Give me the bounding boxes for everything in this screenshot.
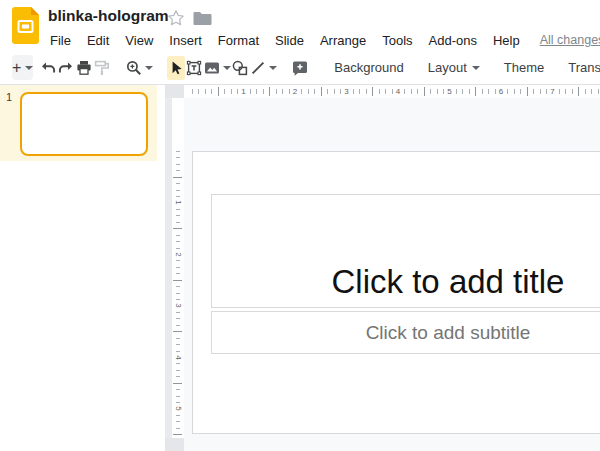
hruler-label: 3: [342, 86, 352, 97]
chevron-down-icon: [25, 66, 33, 70]
cursor-icon: [167, 59, 185, 77]
menu-slide[interactable]: Slide: [267, 33, 312, 48]
image-icon: [203, 59, 221, 77]
folder-icon[interactable]: [193, 10, 212, 26]
undo-button[interactable]: [39, 56, 57, 80]
menu-format[interactable]: Format: [210, 33, 267, 48]
menu-help[interactable]: Help: [485, 33, 528, 48]
transition-button[interactable]: Transition: [557, 56, 600, 80]
hruler-label: 6: [496, 86, 506, 97]
hruler-label: 7: [548, 86, 558, 97]
plus-icon: +: [12, 60, 21, 76]
subtitle-placeholder[interactable]: Click to add subtitle: [211, 311, 600, 354]
vruler-label: 5: [174, 404, 183, 414]
title-placeholder[interactable]: Click to add title: [211, 194, 600, 308]
titlebar: blinka-hologram File Edit View Insert Fo…: [0, 0, 600, 51]
subtitle-placeholder-text: Click to add subtitle: [366, 322, 531, 344]
slide-canvas: 1 2 3 4 5 6 7 Click to add title Click t…: [184, 85, 600, 451]
theme-button[interactable]: Theme: [493, 56, 555, 80]
layout-button[interactable]: Layout: [417, 56, 491, 80]
redo-icon: [57, 59, 75, 77]
print-icon: [75, 59, 93, 77]
paint-format-icon: [93, 59, 111, 77]
panel-divider: [165, 85, 172, 451]
save-status-link[interactable]: All changes saved in Drive: [540, 33, 600, 47]
hruler-label: 4: [393, 86, 403, 97]
slide-thumbnail[interactable]: [20, 92, 148, 156]
menu-addons[interactable]: Add-ons: [421, 33, 485, 48]
vruler-label: 4: [174, 352, 183, 362]
vruler-label: 3: [174, 301, 183, 311]
text-box-icon: [185, 59, 203, 77]
text-box-button[interactable]: [185, 56, 203, 80]
menu-tools[interactable]: Tools: [374, 33, 420, 48]
chevron-down-icon: [269, 66, 277, 70]
shape-icon: [231, 59, 249, 77]
menu-view[interactable]: View: [117, 33, 161, 48]
slide-filmstrip: 1: [0, 85, 165, 451]
slides-logo-icon[interactable]: [12, 7, 39, 44]
ruler-corner: [165, 85, 184, 98]
content-area: 1 1 2 3 4 5 1 2 3 4 5 6 7: [0, 85, 600, 451]
slide-number: 1: [6, 91, 12, 103]
menu-insert[interactable]: Insert: [161, 33, 210, 48]
star-icon[interactable]: [167, 9, 185, 27]
document-title[interactable]: blinka-hologram: [48, 7, 169, 25]
hruler-label: 1: [239, 86, 249, 97]
hruler-label: 2: [290, 86, 300, 97]
vruler-label: 2: [174, 249, 183, 259]
chevron-down-icon: [223, 66, 231, 70]
chevron-down-icon: [145, 66, 153, 70]
menu-file[interactable]: File: [42, 33, 79, 48]
zoom-button[interactable]: [125, 56, 153, 80]
image-button[interactable]: [203, 56, 231, 80]
select-tool-button[interactable]: [167, 56, 185, 80]
line-button[interactable]: [249, 56, 277, 80]
new-slide-button[interactable]: +: [12, 55, 33, 80]
zoom-icon: [125, 59, 143, 77]
google-slides-app: blinka-hologram File Edit View Insert Fo…: [0, 0, 600, 451]
slide-page[interactable]: Click to add title Click to add subtitle: [192, 151, 600, 434]
redo-button[interactable]: [57, 56, 75, 80]
menu-edit[interactable]: Edit: [79, 33, 117, 48]
vertical-ruler: 1 2 3 4 5: [172, 85, 184, 451]
ruler-corner: [165, 438, 184, 451]
line-icon: [249, 59, 267, 77]
menubar: File Edit View Insert Format Slide Arran…: [42, 30, 600, 50]
print-button[interactable]: [75, 56, 93, 80]
horizontal-ruler: 1 2 3 4 5 6 7: [184, 85, 600, 98]
background-button[interactable]: Background: [323, 56, 414, 80]
hruler-label: 5: [445, 86, 455, 97]
shape-button[interactable]: [231, 56, 249, 80]
comment-icon: [291, 59, 309, 77]
title-placeholder-text: Click to add title: [332, 263, 565, 301]
comment-button[interactable]: [291, 56, 309, 80]
vruler-label: 1: [174, 198, 183, 208]
menu-arrange[interactable]: Arrange: [312, 33, 374, 48]
undo-icon: [39, 59, 57, 77]
paint-format-button[interactable]: [93, 56, 111, 80]
toolbar: +: [0, 51, 600, 85]
chevron-down-icon: [472, 66, 480, 70]
